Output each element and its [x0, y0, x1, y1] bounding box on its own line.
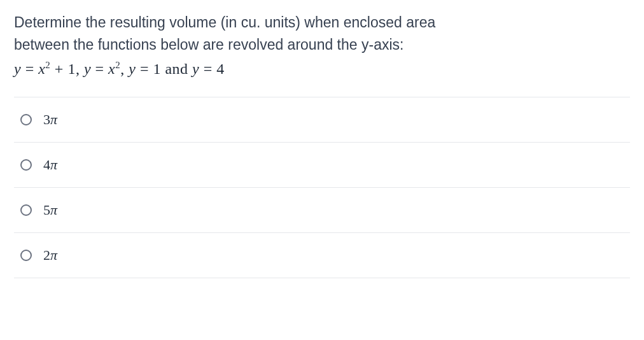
question-prompt: Determine the resulting volume (in cu. u…	[14, 11, 630, 55]
option-2[interactable]: 4π	[14, 143, 630, 188]
radio-icon	[20, 114, 32, 125]
question-line-2: between the functions below are revolved…	[14, 36, 403, 53]
radio-icon	[20, 250, 32, 261]
option-label: 2π	[43, 247, 57, 264]
option-3[interactable]: 5π	[14, 188, 630, 233]
question-equations: y = x2 + 1, y = x2, y = 1 and y = 4	[14, 60, 630, 78]
option-label: 3π	[43, 111, 57, 128]
option-1[interactable]: 3π	[14, 97, 630, 143]
option-label: 4π	[43, 157, 57, 173]
option-label: 5π	[43, 202, 57, 218]
option-4[interactable]: 2π	[14, 233, 630, 278]
question-line-1: Determine the resulting volume (in cu. u…	[14, 14, 435, 31]
radio-icon	[20, 159, 32, 171]
radio-icon	[20, 204, 32, 216]
options-list: 3π 4π 5π 2π	[14, 97, 630, 278]
